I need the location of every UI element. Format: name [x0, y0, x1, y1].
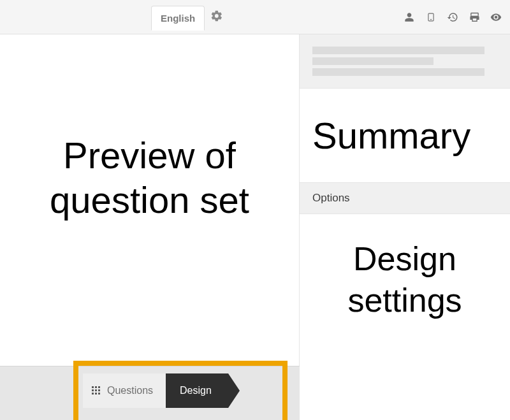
tab-questions[interactable]: Questions	[83, 373, 166, 408]
preview-panel: Preview of question set	[0, 34, 300, 366]
placeholder-line	[312, 57, 433, 65]
right-panel: Summary Options Design settings	[300, 34, 510, 420]
svg-rect-4	[98, 386, 100, 388]
preview-heading: Preview of question set	[0, 133, 299, 222]
user-icon[interactable]	[403, 11, 416, 24]
svg-rect-2	[92, 386, 94, 388]
gear-icon	[210, 10, 223, 25]
top-bar: English	[0, 0, 510, 34]
options-header[interactable]: Options	[300, 182, 510, 214]
tab-design-label: Design	[180, 385, 212, 396]
toolbar-right	[403, 0, 502, 34]
history-icon[interactable]	[446, 11, 459, 24]
settings-button[interactable]	[207, 8, 226, 27]
mode-tabs: Questions Design	[83, 373, 228, 408]
svg-rect-7	[98, 389, 100, 391]
summary-placeholder	[300, 34, 510, 89]
eye-icon[interactable]	[490, 11, 502, 24]
svg-rect-6	[95, 389, 97, 391]
grid-icon	[92, 386, 101, 395]
placeholder-line	[312, 68, 484, 76]
placeholder-line	[312, 47, 484, 54]
svg-rect-9	[95, 393, 97, 395]
print-icon[interactable]	[468, 11, 481, 24]
svg-rect-8	[92, 393, 94, 395]
language-label: English	[161, 13, 195, 24]
language-tab[interactable]: English	[151, 6, 205, 31]
svg-rect-5	[92, 389, 94, 391]
design-settings-heading: Design settings	[300, 214, 510, 345]
tab-questions-label: Questions	[107, 385, 153, 396]
svg-rect-10	[98, 393, 100, 395]
summary-heading: Summary	[300, 89, 510, 182]
tab-design[interactable]: Design	[166, 373, 228, 408]
device-icon[interactable]	[425, 11, 437, 24]
svg-rect-3	[95, 386, 97, 388]
